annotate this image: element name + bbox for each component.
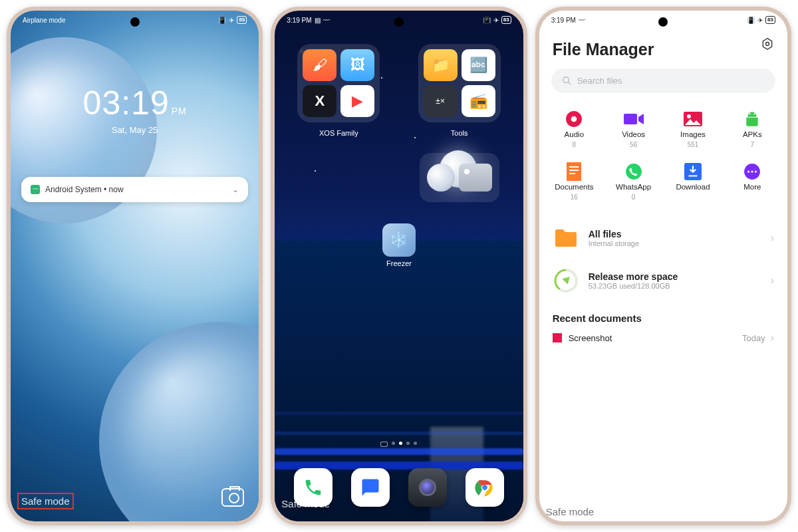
- svg-rect-11: [567, 162, 581, 181]
- app-freezer[interactable]: ❄️ Freezer: [382, 223, 416, 267]
- safe-mode-label: Safe mode: [546, 506, 595, 517]
- svg-rect-13: [569, 170, 579, 171]
- notif-title: Android System: [45, 185, 102, 194]
- homescreen-wallpaper: 3:19 PM ▤ 〰 📳 ✈ 83 🖌 🖼 X ▶ XOS Family: [275, 11, 523, 521]
- svg-point-18: [747, 170, 749, 172]
- chevron-right-icon: ›: [771, 232, 774, 244]
- files-icon: 📁: [432, 57, 450, 74]
- phone-lockscreen: Airplane mode 📳 ✈ 83 03:19 PM Sat, May 2…: [7, 7, 263, 525]
- gallery-icon: 🖼: [350, 57, 365, 74]
- row-subtitle: 53.23GB used/128.00GB: [589, 282, 761, 290]
- page-indicator[interactable]: [275, 442, 523, 447]
- status-time: 3:19 PM: [551, 17, 576, 24]
- chevron-right-icon: ›: [771, 332, 774, 344]
- clock-date: Sat, May 25: [11, 125, 259, 135]
- image-icon: [553, 333, 562, 342]
- lock-clock: 03:19 PM Sat, May 25: [11, 84, 259, 135]
- battery-indicator: 83: [237, 16, 247, 24]
- theme-icon: 🖌: [313, 57, 327, 74]
- svg-line-3: [568, 82, 571, 84]
- translate-icon: 🔤: [469, 57, 487, 74]
- airplane-icon: ✈: [229, 17, 234, 24]
- camera-shortcut-icon[interactable]: [221, 488, 244, 507]
- recent-when: Today: [742, 333, 765, 343]
- freezer-icon: ❄️: [390, 231, 408, 249]
- cat-whatsapp[interactable]: WhatsApp0: [604, 163, 663, 201]
- app-messages[interactable]: [351, 468, 390, 507]
- search-icon: [562, 76, 572, 86]
- camera-punch-hole: [658, 17, 668, 27]
- phone-homescreen: 3:19 PM ▤ 〰 📳 ✈ 83 🖌 🖼 X ▶ XOS Family: [271, 7, 527, 525]
- notification-card[interactable]: 〰 Android System • now ⌄: [21, 177, 248, 202]
- app-camera[interactable]: [408, 468, 447, 507]
- recent-name: Screenshot: [569, 333, 612, 343]
- cat-download[interactable]: Download: [663, 163, 722, 201]
- folder-xos-family[interactable]: 🖌 🖼 X ▶: [297, 44, 380, 122]
- system-status-icon: 〰: [323, 17, 330, 24]
- svg-point-10: [753, 113, 755, 114]
- clock-ampm: PM: [172, 106, 187, 116]
- camera-punch-hole: [394, 17, 404, 27]
- system-status-icon: 〰: [579, 17, 585, 24]
- notification-icon: ▤: [315, 17, 321, 24]
- chevron-down-icon[interactable]: ⌄: [232, 185, 239, 194]
- play-icon: ▶: [352, 92, 363, 110]
- safe-mode-label: Safe mode: [281, 498, 330, 509]
- app-chrome[interactable]: [466, 468, 504, 507]
- release-space-row[interactable]: Release more space53.23GB used/128.00GB …: [539, 259, 787, 302]
- recent-item[interactable]: Screenshot Today ›: [539, 328, 787, 344]
- airplane-mode-label: Airplane mode: [23, 17, 65, 24]
- cat-documents[interactable]: Documents16: [545, 163, 604, 201]
- cat-apks[interactable]: APKs7: [723, 110, 782, 148]
- cat-more[interactable]: More: [723, 163, 782, 201]
- x-app-icon: X: [315, 92, 325, 110]
- row-title: All files: [589, 229, 761, 239]
- category-grid: Audio8 Videos56 Images551 APKs7 Document…: [539, 110, 787, 201]
- clock-time: 03:19: [83, 84, 170, 122]
- phone-filemanager: 3:19 PM 〰 📳 ✈ 83 File Manager Search fil…: [535, 7, 791, 525]
- svg-point-2: [563, 77, 569, 83]
- camera-icon: [419, 479, 436, 496]
- cat-images[interactable]: Images551: [663, 110, 722, 148]
- svg-point-8: [687, 114, 691, 118]
- vibrate-icon: 📳: [483, 17, 491, 24]
- lockscreen-wallpaper: Airplane mode 📳 ✈ 83 03:19 PM Sat, May 2…: [11, 11, 259, 521]
- page-title: File Manager: [539, 31, 787, 68]
- svg-point-19: [751, 170, 753, 172]
- folder-label: XOS Family: [297, 129, 380, 137]
- svg-point-9: [749, 113, 751, 114]
- svg-rect-12: [569, 166, 579, 168]
- radio-icon: 📻: [469, 92, 487, 110]
- cat-videos[interactable]: Videos56: [604, 110, 663, 148]
- gallery-widget[interactable]: [420, 153, 499, 202]
- svg-rect-14: [569, 173, 575, 174]
- status-time: 3:19 PM: [287, 17, 311, 24]
- cat-audio[interactable]: Audio8: [545, 110, 604, 148]
- folder-tools[interactable]: 📁 🔤 ±× 📻: [418, 44, 501, 122]
- svg-rect-6: [624, 114, 637, 124]
- file-manager-app: 3:19 PM 〰 📳 ✈ 83 File Manager Search fil…: [539, 11, 787, 521]
- vibrate-icon: 📳: [747, 17, 755, 24]
- chevron-right-icon: ›: [771, 275, 774, 287]
- search-input[interactable]: Search files: [551, 68, 775, 93]
- calculator-icon: ±×: [436, 96, 445, 106]
- svg-point-20: [755, 170, 757, 172]
- notif-time: now: [109, 185, 124, 194]
- vibrate-icon: 📳: [218, 17, 226, 24]
- app-label: Freezer: [386, 259, 412, 267]
- camera-punch-hole: [130, 17, 140, 27]
- svg-point-15: [626, 164, 642, 180]
- folder-label: Tools: [418, 129, 501, 137]
- settings-button[interactable]: [761, 37, 774, 53]
- all-files-row[interactable]: All filesInternal storage ›: [539, 217, 787, 259]
- row-subtitle: Internal storage: [589, 239, 761, 247]
- svg-point-1: [765, 43, 769, 46]
- recent-header: Recent documents: [539, 302, 787, 328]
- system-icon: 〰: [31, 185, 40, 194]
- airplane-icon: ✈: [493, 17, 499, 24]
- battery-indicator: 83: [501, 16, 511, 24]
- safe-mode-label: Safe mode: [17, 493, 74, 509]
- row-title: Release more space: [589, 271, 761, 282]
- airplane-icon: ✈: [757, 17, 763, 24]
- search-placeholder: Search files: [577, 76, 622, 86]
